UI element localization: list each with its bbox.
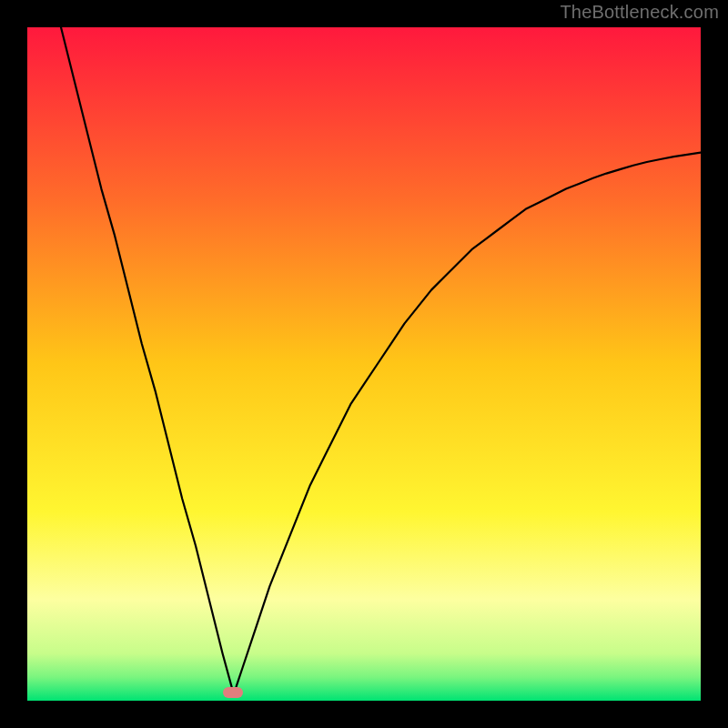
plot-area (27, 27, 701, 701)
bottleneck-curve (27, 27, 701, 701)
optimal-point-marker (223, 687, 243, 698)
chart-container: TheBottleneck.com (0, 0, 728, 728)
watermark-label: TheBottleneck.com (560, 2, 719, 23)
